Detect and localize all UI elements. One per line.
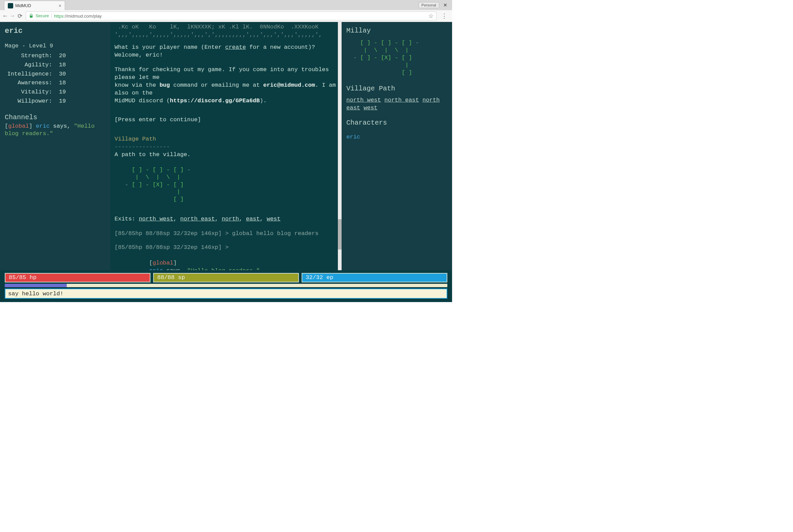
exit-links: north west north east north east west	[346, 96, 447, 112]
stat-label-willpower: Willpower:	[5, 97, 52, 105]
room-description: A path to the village.	[114, 151, 337, 159]
welcome-line: Welcome, eric!	[114, 52, 337, 59]
room-divider: ----------------	[114, 143, 337, 151]
mini-map: [ ] - [ ] - [ ] - | \ | \ | - [ ] - [X] …	[346, 39, 447, 77]
hp-bar: 85/85 hp	[5, 273, 150, 282]
ascii-map: [ ] - [ ] - [ ] - | \ | \ | - [ ] - [X] …	[114, 166, 337, 203]
stat-val-intelligence: 30	[59, 71, 73, 78]
favicon-icon	[8, 3, 13, 8]
stat-bars: 85/85 hp 88/88 sp 32/32 ep	[5, 273, 447, 282]
stat-val-agility: 18	[59, 61, 73, 69]
stat-label-vitality: Vitality:	[5, 89, 52, 96]
channel-echo-line: [global] eric says, "Hello blog readers.…	[114, 252, 337, 270]
right-sidebar: Millay [ ] - [ ] - [ ] - | \ | \ | - [ ]…	[342, 22, 452, 270]
exit-link[interactable]: north west	[139, 216, 173, 222]
reload-icon[interactable]: ⟳	[18, 13, 22, 20]
tab-bar: MidMUD × Personal ✕	[0, 0, 452, 10]
press-enter-line: [Press enter to continue]	[114, 116, 337, 124]
back-icon[interactable]: ←	[3, 13, 7, 19]
exit-link[interactable]: west	[267, 216, 281, 222]
close-tab-icon[interactable]: ×	[59, 3, 61, 8]
stat-label-strength: Strength:	[5, 52, 52, 60]
stat-val-vitality: 19	[59, 89, 73, 96]
sp-bar: 88/88 sp	[153, 273, 299, 282]
secure-label: Secure	[36, 14, 52, 18]
character-list: eric	[346, 131, 447, 141]
window-close-icon[interactable]: ✕	[441, 2, 449, 8]
exit-link[interactable]: west	[364, 104, 377, 111]
player-name: eric	[5, 26, 106, 36]
tab-title: MidMUD	[15, 3, 31, 8]
omnibox[interactable]: Secure https://midmud.com/play ☆	[26, 12, 437, 20]
forward-icon: →	[11, 13, 14, 19]
scrollbar-thumb[interactable]	[338, 219, 342, 250]
channels-header: Channels	[5, 113, 106, 122]
scrollbar[interactable]	[338, 22, 342, 270]
banner-line-2: ',,,',,,,,',,,,,',,,,,',,,',',,,,,,,,,',…	[114, 31, 337, 39]
prompt-line-1: [85/85hp 88/88sp 32/32ep 146xp] > global…	[114, 230, 337, 238]
stat-val-awareness: 18	[59, 79, 73, 87]
room-title: Village Path	[114, 135, 337, 143]
game-client: eric Mage - Level 9 Strength:20 Agility:…	[0, 22, 452, 302]
exit-link[interactable]: north west	[346, 97, 381, 103]
right-room-title: Village Path	[346, 84, 447, 93]
channel-message: [global] eric says, "Hello blog readers.…	[5, 122, 106, 137]
player-class-level: Mage - Level 9	[5, 42, 106, 50]
exit-link[interactable]: north east	[384, 97, 419, 103]
motd-line-2: know via the bug command or emailing me …	[114, 82, 337, 97]
characters-header: Characters	[346, 118, 447, 127]
motd-line-1: Thanks for checking out my game. If you …	[114, 66, 337, 82]
stat-label-intelligence: Intelligence:	[5, 71, 52, 78]
stat-val-strength: 20	[59, 52, 73, 60]
bottom-hud: 85/85 hp 88/88 sp 32/32 ep	[0, 270, 452, 302]
region-name: Millay	[346, 26, 447, 35]
main-log-panel: .Kc oK Ko lK, lKNXXXK; xK .Kl lK. 0NNodK…	[110, 22, 342, 270]
character-link[interactable]: eric	[346, 133, 360, 141]
ep-bar: 32/32 ep	[301, 273, 447, 282]
motd-line-3: MidMUD discord (https://discord.gg/GPEa6…	[114, 97, 337, 105]
exits-line: Exits: north west, north east, north, ea…	[114, 215, 337, 223]
lock-icon	[29, 14, 34, 18]
browser-chrome: MidMUD × Personal ✕ ← → ⟳ Secure https:/…	[0, 0, 452, 22]
stats-grid: Strength:20 Agility:18 Intelligence:30 A…	[5, 52, 73, 106]
stat-val-willpower: 19	[59, 97, 73, 105]
tab-bar-right-controls: Personal ✕	[419, 2, 452, 8]
xp-bar-fill	[5, 284, 67, 287]
exit-link[interactable]: east	[346, 104, 360, 111]
address-bar-row: ← → ⟳ Secure https://midmud.com/play ☆ ⋮	[0, 10, 452, 22]
profile-badge[interactable]: Personal	[419, 2, 439, 8]
stat-label-awareness: Awareness:	[5, 79, 52, 87]
command-line[interactable]	[5, 288, 447, 299]
exit-link[interactable]: north	[422, 97, 440, 103]
kebab-menu-icon[interactable]: ⋮	[440, 12, 449, 20]
exit-link[interactable]: north east	[180, 216, 215, 222]
login-prompt: What is your player name (Enter create f…	[114, 44, 337, 52]
prompt-line-2: [85/85hp 88/88sp 32/32ep 146xp] >	[114, 244, 337, 252]
banner-line: .Kc oK Ko lK, lKNXXXK; xK .Kl lK. 0NNodK…	[114, 23, 337, 31]
command-input[interactable]	[8, 290, 444, 297]
exit-link[interactable]: north	[222, 216, 239, 222]
left-sidebar: eric Mage - Level 9 Strength:20 Agility:…	[0, 22, 110, 270]
browser-tab[interactable]: MidMUD ×	[4, 1, 65, 10]
xp-bar	[5, 284, 447, 287]
bookmark-star-icon[interactable]: ☆	[428, 13, 434, 20]
url-display: https://midmud.com/play	[54, 14, 102, 19]
stat-label-agility: Agility:	[5, 61, 52, 69]
exit-link[interactable]: east	[246, 216, 260, 222]
